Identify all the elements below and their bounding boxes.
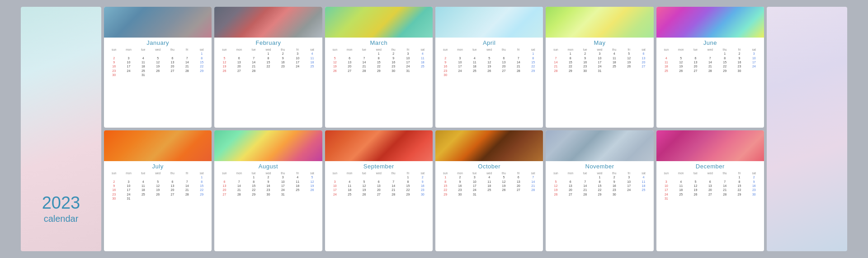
cal-day: 30 xyxy=(453,192,467,196)
cal-day: 6 xyxy=(232,56,246,60)
cal-day: 29 xyxy=(592,192,607,196)
cal-day: 13 xyxy=(232,60,246,64)
cal-header: wed xyxy=(703,171,717,175)
cal-header: fri xyxy=(732,171,746,175)
cal-day: 13 xyxy=(165,60,179,64)
cal-day: 25 xyxy=(674,192,688,196)
cal-day: 7 xyxy=(526,175,540,179)
cal-day xyxy=(305,192,319,196)
month-image-december xyxy=(656,130,764,161)
cal-day: 12 xyxy=(482,60,496,64)
month-card-august: Augustsunmontuewedthufrisat1234567891011… xyxy=(214,130,322,251)
cal-day: 8 xyxy=(732,179,746,183)
cal-day: 19 xyxy=(622,60,636,64)
cal-day: 23 xyxy=(747,188,761,192)
cal-day: 3 xyxy=(659,179,674,183)
month-image-april xyxy=(435,7,543,38)
cal-day: 4 xyxy=(636,175,651,179)
cal-day xyxy=(107,175,121,179)
cal-header: mon xyxy=(674,171,688,175)
cal-day xyxy=(194,73,209,77)
cal-day: 17 xyxy=(659,188,674,192)
cal-day: 14 xyxy=(246,60,261,64)
cal-day: 8 xyxy=(372,56,386,60)
cal-day: 24 xyxy=(121,192,136,196)
cal-day: 26 xyxy=(548,192,563,196)
cal-header: sat xyxy=(194,171,209,175)
cal-day: 4 xyxy=(467,56,482,60)
cal-header: sat xyxy=(636,171,651,175)
cal-day: 11 xyxy=(482,179,496,183)
cal-day: 28 xyxy=(246,69,261,73)
cal-day: 22 xyxy=(194,64,209,68)
cal-day: 10 xyxy=(747,56,761,60)
cal-day: 24 xyxy=(467,188,482,192)
cal-day: 16 xyxy=(276,60,290,64)
cal-day: 3 xyxy=(592,52,607,56)
cal-day: 20 xyxy=(688,64,703,68)
cal-day: 29 xyxy=(246,192,261,196)
cal-day: 17 xyxy=(453,64,467,68)
cal-header: thu xyxy=(607,171,622,175)
cal-day: 25 xyxy=(636,188,651,192)
cal-header: mon xyxy=(121,171,136,175)
cal-day: 1 xyxy=(194,52,209,56)
cal-day: 31 xyxy=(467,192,482,196)
cal-day: 30 xyxy=(107,196,121,201)
cal-day: 8 xyxy=(194,56,209,60)
cal-day xyxy=(496,192,511,196)
cal-day: 11 xyxy=(659,60,674,64)
cal-day: 14 xyxy=(511,60,526,64)
cal-day: 13 xyxy=(511,179,526,183)
cal-day: 6 xyxy=(511,175,526,179)
cal-day: 12 xyxy=(357,184,371,188)
cal-day: 25 xyxy=(659,69,674,73)
cal-day: 18 xyxy=(305,60,319,64)
month-name: November xyxy=(548,163,651,170)
cal-header: thu xyxy=(165,171,179,175)
cal-day: 12 xyxy=(548,184,563,188)
cal-day: 23 xyxy=(732,64,746,68)
month-name: January xyxy=(107,39,209,46)
cal-day: 17 xyxy=(121,64,136,68)
cal-day: 19 xyxy=(357,188,371,192)
cal-day: 15 xyxy=(261,60,275,64)
cal-day: 3 xyxy=(401,52,415,56)
cal-day: 21 xyxy=(246,64,261,68)
cal-day: 19 xyxy=(151,188,165,192)
cal-day: 20 xyxy=(372,188,386,192)
cal-day: 12 xyxy=(305,179,319,183)
cal-header: sat xyxy=(636,48,651,52)
cal-header: wed xyxy=(372,48,386,52)
cal-header: sat xyxy=(194,48,209,52)
cal-day: 28 xyxy=(180,192,194,196)
cal-day xyxy=(717,196,732,201)
cal-day xyxy=(121,175,136,179)
cal-day: 6 xyxy=(165,179,179,183)
cal-day: 17 xyxy=(592,60,607,64)
cal-day xyxy=(453,52,467,56)
cal-header: wed xyxy=(482,48,496,52)
cal-day: 4 xyxy=(674,179,688,183)
cal-day xyxy=(578,175,592,179)
cal-header: mon xyxy=(453,48,467,52)
cal-day: 25 xyxy=(482,188,496,192)
cal-day: 5 xyxy=(357,179,371,183)
cal-day: 12 xyxy=(674,60,688,64)
cal-header: mon xyxy=(342,48,357,52)
cal-day: 18 xyxy=(636,184,651,188)
month-card-september: Septembersunmontuewedthufrisat1234567891… xyxy=(325,130,433,251)
cal-day: 1 xyxy=(438,175,453,179)
month-image-january xyxy=(104,7,212,38)
cal-header: sat xyxy=(526,48,540,52)
cal-day: 21 xyxy=(511,64,526,68)
cal-day: 4 xyxy=(305,52,319,56)
cal-day: 18 xyxy=(136,64,151,68)
month-image-february xyxy=(214,7,322,38)
cal-day: 12 xyxy=(328,60,342,64)
cal-day xyxy=(511,73,526,77)
cal-day: 24 xyxy=(290,64,305,68)
cal-day: 22 xyxy=(246,188,261,192)
cal-header: mon xyxy=(563,48,578,52)
cal-header: wed xyxy=(261,171,275,175)
